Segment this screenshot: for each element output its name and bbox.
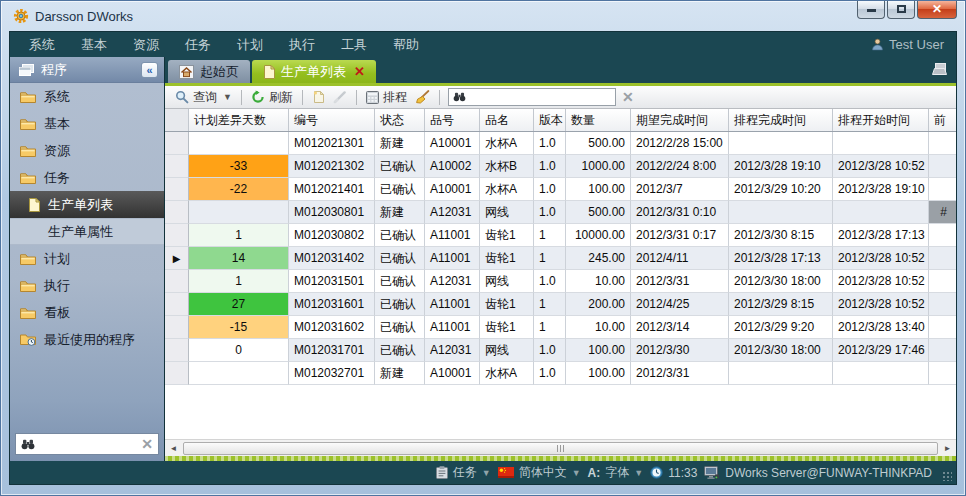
- table-row[interactable]: M012032701新建A10001水杯A1.0100.002012/3/31: [165, 362, 956, 385]
- column-header-8[interactable]: 排程完成时间: [729, 109, 833, 131]
- close-button[interactable]: ✕: [917, 1, 957, 19]
- menu-item-4[interactable]: 计划: [224, 36, 276, 54]
- maximize-button[interactable]: [887, 1, 915, 19]
- resize-grip[interactable]: [942, 471, 952, 481]
- sidebar-collapse-icon[interactable]: «: [141, 62, 158, 78]
- table-row[interactable]: 1M012031501已确认A12031网线1.010.002012/3/312…: [165, 270, 956, 293]
- column-header-1[interactable]: 编号: [289, 109, 375, 131]
- table-row[interactable]: 1M012030802已确认A11001齿轮1110000.002012/3/3…: [165, 224, 956, 247]
- filter-clear-icon[interactable]: ✕: [622, 90, 634, 104]
- app-logo-gear-icon: [13, 8, 29, 24]
- sidebar-item-5[interactable]: 生产单属性: [10, 218, 164, 245]
- column-header-9[interactable]: 排程开始时间: [833, 109, 929, 131]
- column-header-3[interactable]: 品号: [425, 109, 480, 131]
- main-panel: 起始页生产单列表✕: [165, 57, 956, 461]
- sidebar-item-7[interactable]: 执行: [10, 272, 164, 299]
- cell-order-code: M012030801: [289, 201, 375, 224]
- scroll-right-icon[interactable]: ►: [940, 441, 955, 456]
- edit-button[interactable]: [329, 87, 351, 107]
- sidebar-search-input[interactable]: [40, 437, 136, 451]
- table-row[interactable]: -22M012021401已确认A10001水杯A1.0100.002012/3…: [165, 178, 956, 201]
- cell-item-name: 水杯A: [480, 178, 534, 201]
- refresh-button[interactable]: 刷新: [247, 87, 297, 107]
- menu-item-5[interactable]: 执行: [276, 36, 328, 54]
- cell-diff-days: 27: [189, 293, 289, 316]
- column-header-0[interactable]: 计划差异天数: [189, 109, 289, 131]
- sidebar-item-label: 看板: [44, 304, 70, 322]
- table-empty-area: [165, 385, 956, 439]
- status-font-dropdown[interactable]: A: 字体 ▼: [588, 464, 644, 481]
- table-row[interactable]: -15M012031602已确认A11001齿轮1110.002012/3/14…: [165, 316, 956, 339]
- cell-sched-finish: 2012/3/28 17:13: [729, 247, 833, 270]
- cell-flag: [929, 316, 956, 339]
- table-row[interactable]: 0M012031701已确认A12031网线1.0100.002012/3/30…: [165, 339, 956, 362]
- cell-diff-days: [189, 362, 289, 385]
- menu-item-6[interactable]: 工具: [328, 36, 380, 54]
- table-row[interactable]: -33M012021302已确认A10002水杯B1.01000.002012/…: [165, 155, 956, 178]
- cell-order-code: M012021301: [289, 132, 375, 155]
- query-dropdown-caret-icon[interactable]: ▼: [223, 92, 232, 102]
- cell-item-no: A12031: [425, 270, 480, 293]
- sidebar-item-9[interactable]: 最近使用的程序: [10, 326, 164, 353]
- cell-version: 1.0: [534, 270, 566, 293]
- column-header-6[interactable]: 数量: [566, 109, 631, 131]
- table-row[interactable]: M012030801新建A12031网线1.0500.002012/3/31 0…: [165, 201, 956, 224]
- status-task-dropdown[interactable]: 任务 ▼: [436, 464, 491, 481]
- new-button[interactable]: [308, 87, 329, 107]
- sidebar-item-8[interactable]: 看板: [10, 299, 164, 326]
- sidebar-item-1[interactable]: 基本: [10, 110, 164, 137]
- table-row[interactable]: ▶14M012031402已确认A11001齿轮11245.002012/4/1…: [165, 247, 956, 270]
- sidebar-item-6[interactable]: 计划: [10, 245, 164, 272]
- scrollbar-thumb[interactable]: [183, 442, 938, 455]
- binoculars-icon: [453, 92, 466, 102]
- sidebar-item-0[interactable]: 系统: [10, 83, 164, 110]
- schedule-button[interactable]: 排程: [362, 87, 411, 107]
- cell-sched-finish: [729, 201, 833, 224]
- query-button[interactable]: 查询 ▼: [171, 87, 236, 107]
- cell-item-name: 水杯A: [480, 362, 534, 385]
- table-row[interactable]: M012021301新建A10001水杯A1.0500.002012/2/28 …: [165, 132, 956, 155]
- window-list-icon[interactable]: [931, 63, 947, 75]
- tab-close-icon[interactable]: ✕: [354, 65, 365, 78]
- sidebar-item-4[interactable]: 生产单列表: [10, 191, 164, 218]
- sidebar: 程序 « 系统基本资源任务生产单列表生产单属性计划执行看板最近使用的程序: [10, 57, 165, 461]
- cell-sched-finish: 2012/3/29 10:20: [729, 178, 833, 201]
- horizontal-scrollbar[interactable]: ◄ ►: [165, 439, 956, 456]
- status-language-dropdown[interactable]: 简体中文 ▼: [498, 464, 581, 481]
- menu-item-0[interactable]: 系统: [16, 36, 68, 54]
- cell-qty: 10000.00: [566, 224, 631, 247]
- clean-button[interactable]: [411, 87, 434, 107]
- status-language-label: 简体中文: [519, 464, 567, 481]
- minimize-button[interactable]: [857, 1, 885, 19]
- tab-1[interactable]: 生产单列表✕: [252, 60, 376, 83]
- menu-item-7[interactable]: 帮助: [380, 36, 432, 54]
- tab-label: 起始页: [200, 63, 239, 81]
- filter-search-input[interactable]: [470, 90, 611, 104]
- menu-item-1[interactable]: 基本: [68, 36, 120, 54]
- menu-item-3[interactable]: 任务: [172, 36, 224, 54]
- table-row[interactable]: 27M012031601已确认A11001齿轮11200.002012/4/25…: [165, 293, 956, 316]
- column-header-10[interactable]: 前: [929, 109, 956, 131]
- tab-0[interactable]: 起始页: [168, 60, 250, 83]
- cell-sched-start: [833, 362, 929, 385]
- status-clock: 11:33: [650, 466, 697, 480]
- sidebar-item-3[interactable]: 任务: [10, 164, 164, 191]
- sidebar-search-box[interactable]: ✕: [15, 433, 159, 455]
- cell-version: 1.0: [534, 201, 566, 224]
- sidebar-item-2[interactable]: 资源: [10, 137, 164, 164]
- cell-version: 1: [534, 293, 566, 316]
- user-area[interactable]: Test User: [871, 37, 950, 52]
- row-selector-cell: ▶: [165, 247, 189, 270]
- sidebar-search-clear-icon[interactable]: ✕: [141, 437, 153, 451]
- scroll-left-icon[interactable]: ◄: [166, 441, 181, 456]
- folder-icon: [20, 118, 36, 130]
- filter-search-box[interactable]: [448, 88, 616, 106]
- tab-label: 生产单列表: [281, 63, 346, 81]
- cell-diff-days: 1: [189, 270, 289, 293]
- column-header-4[interactable]: 品名: [480, 109, 534, 131]
- menu-item-2[interactable]: 资源: [120, 36, 172, 54]
- cell-status: 已确认: [375, 316, 425, 339]
- column-header-2[interactable]: 状态: [375, 109, 425, 131]
- column-header-5[interactable]: 版本: [534, 109, 566, 131]
- column-header-7[interactable]: 期望完成时间: [631, 109, 729, 131]
